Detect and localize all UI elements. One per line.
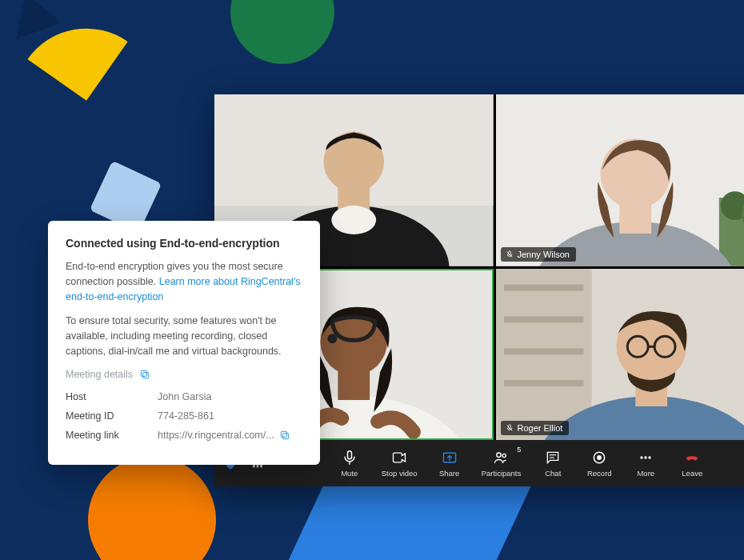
participant-tile-4[interactable]: Roger Elliot [496,269,745,441]
encryption-info-popover: Connected using End-to-end-encryption En… [48,221,320,465]
popover-description-1: End-to-end encryption gives you the most… [66,259,302,304]
svg-rect-22 [503,348,583,354]
chat-button[interactable]: Chat [532,446,574,481]
svg-point-39 [597,455,602,460]
svg-rect-43 [143,372,149,378]
decorative-green-circle [230,0,334,64]
more-label: More [637,469,654,478]
share-button[interactable]: Share [429,446,470,481]
svg-rect-44 [141,370,146,376]
share-label: Share [439,469,459,478]
participants-label: Participants [482,469,522,478]
microphone-icon [342,450,358,466]
svg-point-17 [327,334,337,343]
meeting-id-label: Meeting ID [66,410,158,422]
mute-label: Mute [341,469,358,478]
meeting-link-label: Meeting link [66,430,158,441]
record-icon [591,450,607,466]
more-icon [638,450,654,466]
svg-point-4 [331,206,376,234]
host-value: John Garsia [158,391,302,402]
participant-video-4 [496,269,745,441]
leave-button[interactable]: Leave [671,446,713,481]
stop-video-button[interactable]: Stop video [375,446,424,481]
participant-tile-2[interactable]: Jenny Wilson [496,94,745,266]
detail-row-meeting-id: Meeting ID 774-285-861 [66,410,302,422]
leave-label: Leave [682,469,702,478]
svg-point-35 [503,454,506,457]
svg-rect-46 [281,431,286,437]
mic-muted-icon [506,250,514,258]
participant-name-2: Jenny Wilson [518,250,570,259]
participants-count-badge: 5 [517,446,521,454]
detail-row-host: Host John Garsia [66,391,302,402]
participants-button[interactable]: 5 Participants [475,446,528,481]
svg-rect-45 [282,433,288,438]
meeting-details-label-text: Meeting details [66,369,133,380]
popover-title: Connected using End-to-end-encryption [66,237,302,250]
host-label: Host [66,391,158,402]
svg-point-34 [497,453,501,457]
svg-rect-23 [503,380,583,386]
participant-name-tag-2: Jenny Wilson [501,247,576,262]
copy-details-button[interactable] [139,369,150,380]
decorative-triangle [2,0,61,39]
copy-link-button[interactable] [279,430,290,441]
share-screen-icon [442,450,458,466]
svg-point-40 [641,456,643,458]
detail-row-meeting-link: Meeting link https://v.ringcentral.com/.… [66,430,302,441]
mute-button[interactable]: Mute [329,446,370,481]
meeting-link-value: https://v.ringcentral.com/... [158,430,274,441]
toolbar-controls: Mute Stop video Share 5 Participants Cha… [275,446,744,481]
more-button[interactable]: More [625,446,666,481]
meeting-id-value: 774-285-861 [158,410,302,422]
svg-point-41 [645,456,647,458]
participant-name-4: Roger Elliot [518,423,563,433]
record-button[interactable]: Record [578,446,620,481]
stop-video-label: Stop video [382,469,418,478]
video-camera-icon [391,450,407,466]
participant-video-2 [496,94,745,266]
chat-label: Chat [545,469,561,478]
svg-rect-21 [503,316,583,322]
participants-icon [492,450,510,466]
svg-rect-20 [503,284,583,290]
record-label: Record [587,469,612,478]
meeting-details-header: Meeting details [66,369,302,380]
hangup-icon [683,450,701,466]
svg-rect-30 [253,464,255,467]
copy-icon [279,430,290,441]
copy-icon [139,369,150,380]
popover-description-2: To ensure total security, some features … [66,314,302,358]
chat-icon [545,450,561,466]
participant-name-tag-4: Roger Elliot [501,421,570,435]
mic-muted-icon [506,424,514,432]
svg-point-42 [649,456,651,458]
